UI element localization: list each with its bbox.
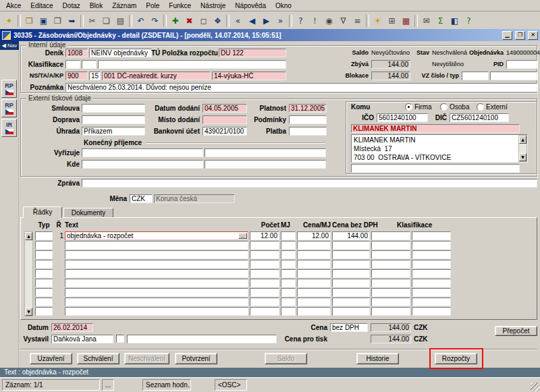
row-pocet-field[interactable] xyxy=(250,288,279,297)
zprava-field[interactable] xyxy=(82,179,537,188)
platba-field[interactable] xyxy=(289,127,327,136)
row-pocet-field[interactable] xyxy=(250,241,279,250)
row-mj-field[interactable] xyxy=(281,279,296,287)
akce-field[interactable]: 001 DČ-neakredit. kurzy xyxy=(102,72,211,80)
row-klasifikace-field-2[interactable] xyxy=(412,250,451,259)
pid-field[interactable] xyxy=(506,60,537,69)
row-text-field[interactable] xyxy=(65,260,248,269)
sum-button[interactable]: Σ xyxy=(433,13,448,28)
vyrizuje-field-2[interactable] xyxy=(205,148,326,157)
calculator-button[interactable]: ⊞ xyxy=(385,13,399,28)
row-cena-mj-field[interactable] xyxy=(297,298,331,306)
vystavil-checkbox[interactable] xyxy=(116,335,124,343)
row-klasifikace-field-2[interactable] xyxy=(412,298,451,306)
klasifikace-field-2[interactable] xyxy=(82,60,97,69)
row-cena-mj-field[interactable]: 12.00 xyxy=(297,231,331,240)
kde-field-1[interactable] xyxy=(82,160,203,169)
misto-dodani-field[interactable] xyxy=(202,115,247,124)
record-scrollbar[interactable]: ▲ ▼ xyxy=(24,231,33,316)
row-cena-field[interactable] xyxy=(332,250,370,259)
row-klasifikace-field-2[interactable] xyxy=(412,307,451,316)
cut-button[interactable]: ✂ xyxy=(85,13,99,28)
klasifikace-field-1[interactable] xyxy=(65,60,80,69)
kde-field-2[interactable] xyxy=(205,160,326,169)
row-cena-field[interactable] xyxy=(332,241,370,250)
duplicate-record-button[interactable]: ❖ xyxy=(211,13,225,28)
delete-record-button[interactable]: ✖ xyxy=(182,13,196,28)
tu-polozka-field[interactable]: DU 122 xyxy=(219,49,286,57)
historie-button[interactable]: Historie xyxy=(356,353,399,364)
save-button[interactable]: ▣ xyxy=(36,13,51,28)
vystavil-field[interactable]: Daňková Jana xyxy=(51,335,113,343)
row-pocet-field[interactable] xyxy=(250,260,279,269)
menu-item-okno[interactable]: Okno xyxy=(271,1,296,10)
row-mj-field[interactable] xyxy=(281,231,296,240)
tab-dokumenty[interactable]: Dokumenty xyxy=(63,208,113,218)
row-cena-mj-field[interactable] xyxy=(297,307,331,316)
row-klasifikace-field-1[interactable] xyxy=(371,231,410,240)
bankovni-ucet-field[interactable]: 439021/0100 xyxy=(202,127,247,136)
doprava-field[interactable] xyxy=(82,115,145,124)
datum-dodani-field[interactable]: 04.05.2005 xyxy=(202,104,247,113)
vz-cislo-field[interactable] xyxy=(462,72,489,80)
mena-code-field[interactable]: CZK xyxy=(130,194,153,203)
row-cena-mj-field[interactable] xyxy=(297,288,331,297)
menu-item-nastroje[interactable]: Nástroje xyxy=(196,1,230,10)
last-record-button[interactable]: » xyxy=(273,13,288,28)
row-cena-mj-field[interactable] xyxy=(297,279,331,287)
row-klasifikace-field-2[interactable] xyxy=(412,241,451,250)
sidebar-item-ir[interactable]: IR xyxy=(1,119,17,137)
row-cena-field[interactable] xyxy=(332,298,370,306)
firma-radio[interactable] xyxy=(405,103,412,111)
copy-button[interactable]: ❏ xyxy=(99,13,113,28)
undo-button[interactable]: ↶ xyxy=(134,13,148,28)
rozpocty-button[interactable]: Rozpočty xyxy=(435,353,477,364)
row-cena-field[interactable]: 144.00 xyxy=(332,231,370,240)
open-button[interactable]: ❒ xyxy=(22,13,36,28)
row-klasifikace-field-1[interactable] xyxy=(371,250,410,259)
row-cena-field[interactable] xyxy=(332,288,370,297)
vystavil-extra-field[interactable] xyxy=(127,335,277,343)
row-mj-field[interactable] xyxy=(281,288,296,297)
row-klasifikace-field-1[interactable] xyxy=(371,298,410,306)
row-cena-mj-field[interactable] xyxy=(297,269,331,278)
ta-field[interactable]: 15 xyxy=(89,72,101,80)
row-typ-field[interactable] xyxy=(35,298,53,306)
ico-field[interactable]: 5601240100 xyxy=(377,113,428,122)
row-typ-field[interactable] xyxy=(35,260,53,269)
record-scroll-up-button[interactable]: ▲ xyxy=(25,232,32,240)
mail-button[interactable]: ✉ xyxy=(419,13,433,28)
record-scroll-down-button[interactable]: ▼ xyxy=(25,308,32,316)
recipient-address-box[interactable]: KLIMANEK MARTIN Místecká 17 703 00 OSTRA… xyxy=(351,134,528,163)
previous-record-button[interactable]: ◀ xyxy=(245,13,259,28)
row-pocet-field[interactable] xyxy=(250,250,279,259)
row-text-field[interactable] xyxy=(65,307,248,316)
osoba-radio[interactable] xyxy=(440,103,448,111)
close-button[interactable]: ✕ xyxy=(528,31,538,40)
sidebar-item-rp2[interactable]: RP xyxy=(1,99,17,117)
row-klasifikace-field-1[interactable] xyxy=(371,260,410,269)
row-cena-field[interactable] xyxy=(332,279,370,287)
row-text-field[interactable]: objednávka - rozpočet ... xyxy=(65,231,248,240)
row-text-field[interactable] xyxy=(65,298,248,306)
menu-item-funkce[interactable]: Funkce xyxy=(164,1,196,10)
menu-item-zaznam[interactable]: Záznam xyxy=(107,1,141,10)
row-cena-field[interactable] xyxy=(332,269,370,278)
row-pocet-field[interactable]: 12.00 xyxy=(250,231,279,240)
schvaleni-button[interactable]: Schválení xyxy=(77,353,119,364)
print-button[interactable]: ❐ xyxy=(51,13,65,28)
row-typ-field[interactable] xyxy=(35,241,53,250)
address-scrollbar[interactable]: ▲ ▼ xyxy=(518,135,527,162)
prepocet-button[interactable]: Přepočet xyxy=(495,326,537,336)
row-mj-field[interactable] xyxy=(281,269,296,278)
menu-item-blok[interactable]: Blok xyxy=(85,1,107,10)
menu-item-editace[interactable]: Editace xyxy=(26,1,57,10)
dic-field[interactable]: CZ5601240100 xyxy=(450,113,509,122)
first-record-button[interactable]: « xyxy=(231,13,245,28)
kp-field[interactable]: 14-výuka-HČ xyxy=(212,72,286,80)
search-button[interactable]: ◉ xyxy=(322,13,336,28)
sun-button[interactable]: ☀ xyxy=(371,13,385,28)
row-typ-field[interactable] xyxy=(35,279,53,287)
row-mj-field[interactable] xyxy=(281,298,296,306)
menu-item-napoveda[interactable]: Nápověda xyxy=(230,1,271,10)
